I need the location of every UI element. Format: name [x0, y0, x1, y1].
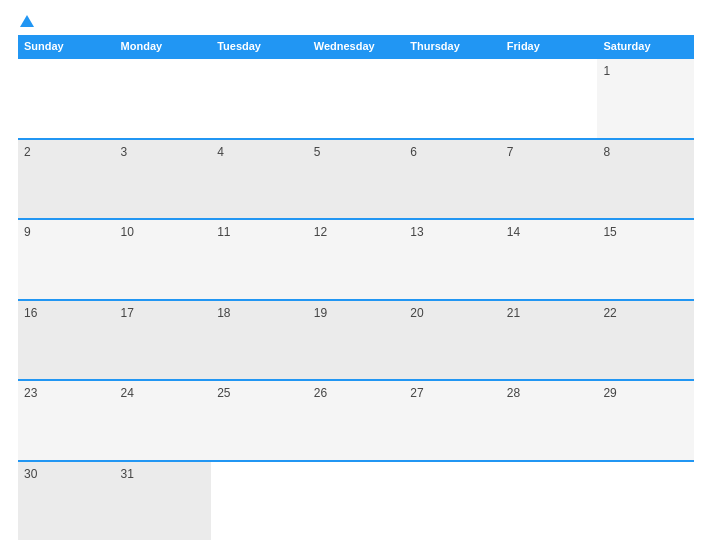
- day-number: 5: [314, 145, 321, 159]
- logo-triangle-icon: [20, 15, 34, 27]
- day-header-monday: Monday: [115, 35, 212, 57]
- calendar-cell: 16: [18, 301, 115, 380]
- logo: [18, 15, 36, 27]
- day-number: 7: [507, 145, 514, 159]
- day-number: 10: [121, 225, 134, 239]
- calendar-cell: 6: [404, 140, 501, 219]
- day-header-thursday: Thursday: [404, 35, 501, 57]
- day-header-friday: Friday: [501, 35, 598, 57]
- day-number: 18: [217, 306, 230, 320]
- day-number: 29: [603, 386, 616, 400]
- calendar-cell: 11: [211, 220, 308, 299]
- calendar-cell: 22: [597, 301, 694, 380]
- calendar-body: 1234567891011121314151617181920212223242…: [18, 57, 694, 540]
- day-number: 30: [24, 467, 37, 481]
- calendar-cell: [404, 59, 501, 138]
- calendar-cell: 9: [18, 220, 115, 299]
- day-number: 11: [217, 225, 230, 239]
- calendar-cell: 5: [308, 140, 405, 219]
- calendar-cell: 19: [308, 301, 405, 380]
- calendar-week-3: 9101112131415: [18, 218, 694, 299]
- calendar-cell: [501, 59, 598, 138]
- calendar-cell: 23: [18, 381, 115, 460]
- day-number: 24: [121, 386, 134, 400]
- day-header-tuesday: Tuesday: [211, 35, 308, 57]
- calendar-week-5: 23242526272829: [18, 379, 694, 460]
- calendar-cell: [115, 59, 212, 138]
- day-number: 9: [24, 225, 31, 239]
- day-number: 26: [314, 386, 327, 400]
- calendar-cell: 28: [501, 381, 598, 460]
- calendar-cell: [597, 462, 694, 541]
- calendar-cell: 4: [211, 140, 308, 219]
- calendar-grid: SundayMondayTuesdayWednesdayThursdayFrid…: [18, 35, 694, 540]
- day-number: 27: [410, 386, 423, 400]
- day-number: 3: [121, 145, 128, 159]
- calendar-cell: 7: [501, 140, 598, 219]
- day-number: 22: [603, 306, 616, 320]
- calendar-cell: 1: [597, 59, 694, 138]
- calendar-cell: 10: [115, 220, 212, 299]
- calendar-week-4: 16171819202122: [18, 299, 694, 380]
- day-number: 20: [410, 306, 423, 320]
- calendar-cell: 31: [115, 462, 212, 541]
- calendar-cell: 25: [211, 381, 308, 460]
- calendar-cell: 12: [308, 220, 405, 299]
- calendar-cell: 20: [404, 301, 501, 380]
- calendar-cell: [211, 462, 308, 541]
- calendar-cell: [308, 462, 405, 541]
- calendar-cell: 2: [18, 140, 115, 219]
- calendar-cell: 27: [404, 381, 501, 460]
- calendar-cell: 18: [211, 301, 308, 380]
- day-header-sunday: Sunday: [18, 35, 115, 57]
- day-number: 21: [507, 306, 520, 320]
- calendar-cell: 30: [18, 462, 115, 541]
- calendar-cell: [404, 462, 501, 541]
- calendar-week-6: 3031: [18, 460, 694, 541]
- calendar-cell: 14: [501, 220, 598, 299]
- calendar-cell: 13: [404, 220, 501, 299]
- day-number: 19: [314, 306, 327, 320]
- day-number: 31: [121, 467, 134, 481]
- calendar-cell: 29: [597, 381, 694, 460]
- calendar-cell: 3: [115, 140, 212, 219]
- calendar-header-row: SundayMondayTuesdayWednesdayThursdayFrid…: [18, 35, 694, 57]
- day-number: 2: [24, 145, 31, 159]
- day-number: 23: [24, 386, 37, 400]
- calendar-cell: 15: [597, 220, 694, 299]
- day-number: 12: [314, 225, 327, 239]
- calendar-page: SundayMondayTuesdayWednesdayThursdayFrid…: [0, 0, 712, 550]
- day-number: 4: [217, 145, 224, 159]
- calendar-cell: 26: [308, 381, 405, 460]
- day-number: 15: [603, 225, 616, 239]
- day-number: 8: [603, 145, 610, 159]
- day-number: 17: [121, 306, 134, 320]
- day-number: 6: [410, 145, 417, 159]
- page-header: [18, 15, 694, 27]
- calendar-cell: [501, 462, 598, 541]
- calendar-cell: [18, 59, 115, 138]
- day-number: 14: [507, 225, 520, 239]
- calendar-cell: 8: [597, 140, 694, 219]
- day-number: 25: [217, 386, 230, 400]
- calendar-cell: [308, 59, 405, 138]
- calendar-cell: [211, 59, 308, 138]
- day-number: 1: [603, 64, 610, 78]
- calendar-week-1: 1: [18, 57, 694, 138]
- calendar-cell: 21: [501, 301, 598, 380]
- day-number: 16: [24, 306, 37, 320]
- day-number: 28: [507, 386, 520, 400]
- calendar-week-2: 2345678: [18, 138, 694, 219]
- day-header-saturday: Saturday: [597, 35, 694, 57]
- calendar-cell: 17: [115, 301, 212, 380]
- calendar-cell: 24: [115, 381, 212, 460]
- day-header-wednesday: Wednesday: [308, 35, 405, 57]
- day-number: 13: [410, 225, 423, 239]
